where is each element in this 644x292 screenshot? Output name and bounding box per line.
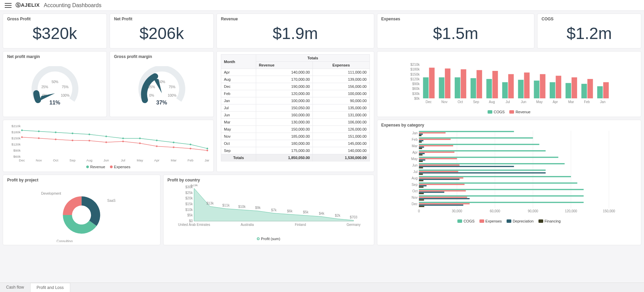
svg-rect-132 bbox=[419, 166, 514, 167]
kpi-value: $1.5m bbox=[381, 21, 530, 45]
svg-text:$25k: $25k bbox=[185, 191, 193, 195]
svg-text:Sep: Sep bbox=[411, 183, 417, 187]
table-row: Mar130,000.00106,000.00 bbox=[221, 119, 370, 126]
table-cell: Feb bbox=[221, 90, 256, 97]
svg-text:100%: 100% bbox=[168, 94, 176, 97]
svg-text:$120k: $120k bbox=[410, 77, 420, 81]
tf-exp: 1,530,000.00 bbox=[313, 154, 370, 161]
svg-text:Nov: Nov bbox=[36, 158, 42, 162]
tf-rev: 1,850,050.00 bbox=[256, 154, 312, 161]
svg-text:Apr: Apr bbox=[412, 151, 418, 154]
svg-rect-131 bbox=[419, 164, 459, 166]
svg-point-78 bbox=[89, 140, 90, 141]
svg-point-68 bbox=[122, 138, 124, 139]
svg-rect-50 bbox=[581, 84, 587, 98]
svg-text:$6k: $6k bbox=[287, 209, 292, 213]
svg-rect-110 bbox=[419, 137, 533, 139]
table-cell: 185,000.00 bbox=[256, 133, 312, 140]
menu-icon[interactable] bbox=[5, 3, 12, 8]
svg-rect-148 bbox=[419, 187, 423, 188]
table-row: May150,000.00126,000.00 bbox=[221, 126, 370, 133]
svg-text:Aug: Aug bbox=[87, 158, 93, 162]
table-cell: 130,000.00 bbox=[256, 119, 312, 126]
th-totals[interactable]: Totals bbox=[256, 55, 370, 62]
table-cell: May bbox=[221, 126, 256, 133]
svg-point-64 bbox=[55, 132, 57, 133]
svg-point-72 bbox=[190, 143, 191, 145]
th-revenue[interactable]: Revenue bbox=[256, 62, 312, 69]
svg-text:$5k: $5k bbox=[187, 213, 193, 217]
svg-text:Development: Development bbox=[41, 192, 61, 195]
svg-rect-106 bbox=[419, 132, 445, 134]
kpi-net-profit: Net Profit $206k bbox=[110, 14, 214, 48]
svg-rect-145 bbox=[419, 182, 577, 184]
gauge-gross-profit-margin: Gross profit margin 50% 25% 75% 0% 100% … bbox=[110, 51, 214, 117]
table-cell: 175,000.00 bbox=[256, 147, 312, 154]
svg-point-79 bbox=[106, 141, 107, 143]
svg-rect-147 bbox=[419, 185, 426, 187]
table-cell: 150,050.00 bbox=[256, 104, 312, 112]
table-cell: Nov bbox=[221, 133, 256, 140]
svg-rect-107 bbox=[419, 134, 422, 135]
kpi-value: $320k bbox=[7, 21, 102, 45]
th-expenses[interactable]: Expenses bbox=[313, 62, 370, 69]
svg-rect-142 bbox=[419, 179, 459, 180]
gauge-net-profit-margin: Net profit margin 50% 25% 75% 0% 100% 11… bbox=[3, 51, 107, 117]
svg-text:$90k: $90k bbox=[412, 82, 420, 86]
svg-rect-160 bbox=[419, 202, 583, 203]
svg-rect-153 bbox=[419, 193, 423, 194]
svg-text:Apr: Apr bbox=[552, 100, 558, 104]
svg-rect-120 bbox=[419, 150, 545, 152]
svg-rect-33 bbox=[492, 71, 498, 98]
svg-text:Dec: Dec bbox=[19, 158, 25, 162]
svg-rect-122 bbox=[419, 153, 424, 154]
kpi-gross-profit: Gross Profit $320k bbox=[3, 14, 107, 48]
svg-text:50%: 50% bbox=[158, 80, 165, 84]
kpi-value: $206k bbox=[114, 21, 209, 45]
svg-text:$90k: $90k bbox=[13, 149, 21, 152]
svg-point-73 bbox=[207, 148, 208, 149]
svg-text:May: May bbox=[536, 100, 543, 104]
card-title: Expenses by category bbox=[381, 123, 637, 128]
svg-rect-128 bbox=[419, 161, 422, 162]
svg-rect-126 bbox=[419, 158, 457, 159]
th-month[interactable]: Month bbox=[221, 55, 256, 69]
svg-text:Sep: Sep bbox=[473, 100, 479, 104]
svg-rect-27 bbox=[460, 69, 466, 98]
table-cell: 131,000.00 bbox=[313, 112, 370, 119]
svg-text:75%: 75% bbox=[168, 85, 175, 89]
svg-text:$180k: $180k bbox=[12, 130, 21, 134]
svg-text:$9k: $9k bbox=[255, 206, 261, 210]
table-row: Sep175,000.00140,000.00 bbox=[221, 147, 370, 154]
svg-text:Nov: Nov bbox=[411, 196, 417, 199]
svg-text:25%: 25% bbox=[41, 85, 48, 89]
table-cell: Apr bbox=[221, 69, 256, 76]
svg-point-74 bbox=[21, 136, 23, 138]
svg-text:90,000: 90,000 bbox=[528, 209, 538, 213]
table-cell: Jan bbox=[221, 97, 256, 104]
kpi-revenue: Revenue $1.9m bbox=[216, 14, 374, 48]
svg-rect-121 bbox=[419, 152, 454, 153]
svg-rect-137 bbox=[419, 172, 545, 174]
svg-text:Dec: Dec bbox=[411, 202, 417, 206]
svg-point-75 bbox=[38, 137, 40, 139]
svg-text:0%: 0% bbox=[149, 94, 154, 97]
svg-rect-151 bbox=[419, 190, 466, 192]
svg-rect-36 bbox=[508, 74, 513, 98]
svg-text:Mar: Mar bbox=[171, 158, 177, 162]
kpi-label: Expenses bbox=[381, 17, 530, 21]
kpi-label: Revenue bbox=[221, 17, 370, 21]
logo: ⓈAJELIX bbox=[16, 2, 40, 8]
svg-rect-133 bbox=[419, 167, 423, 169]
gauge-value: 37% bbox=[156, 100, 167, 106]
legend-cat-exp: Expenses bbox=[479, 219, 502, 223]
svg-rect-38 bbox=[518, 80, 523, 98]
card-title: Gross profit margin bbox=[114, 54, 209, 59]
svg-text:50%: 50% bbox=[51, 80, 58, 84]
kpi-label: Gross Profit bbox=[7, 17, 102, 21]
svg-rect-127 bbox=[419, 159, 425, 161]
monthly-totals-table: MonthTotals RevenueExpenses Apr140,000.0… bbox=[216, 51, 374, 172]
svg-text:$29k: $29k bbox=[190, 184, 198, 187]
svg-text:Jun: Jun bbox=[103, 158, 109, 162]
svg-rect-155 bbox=[419, 195, 583, 197]
